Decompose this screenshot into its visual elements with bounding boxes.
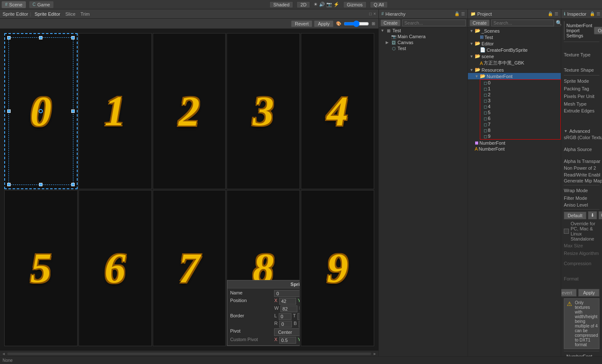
handle-bc[interactable] xyxy=(39,183,42,186)
handle-tl[interactable] xyxy=(7,36,11,39)
inspector-lock-icon[interactable]: 🔒 xyxy=(590,11,595,16)
project-item-n8[interactable]: ◻ 8 xyxy=(480,127,560,133)
color-toggle[interactable]: 🎨 xyxy=(335,21,342,26)
project-icon: 📁 xyxy=(470,11,476,16)
sprite-cell-0[interactable]: 0 xyxy=(4,33,78,189)
project-search[interactable] xyxy=(491,20,554,26)
project-item-n2[interactable]: ◻ 2 xyxy=(480,92,560,98)
game-tab[interactable]: C Game xyxy=(29,1,53,8)
thumbnail-section: NumberFont 01234 56789 650x384 (NPOT) RG… xyxy=(564,351,599,356)
maximize-icon[interactable]: □ xyxy=(369,11,372,16)
border-t-input[interactable] xyxy=(297,313,300,320)
project-item-numberfont-folder[interactable]: ▼ 📂 NumberFont xyxy=(468,73,561,79)
project-item-numberfont-font2[interactable]: A NumberFont xyxy=(468,146,561,152)
w-input[interactable] xyxy=(280,305,297,312)
project-item-n4[interactable]: ◻ 4 xyxy=(480,104,560,109)
hierarchy-lock-icon[interactable]: 🔒 xyxy=(454,11,459,16)
zoom-slider[interactable] xyxy=(344,20,369,27)
sprite-cell-6[interactable]: 6 xyxy=(78,190,152,346)
cpx-input[interactable] xyxy=(279,337,296,344)
apply-btn[interactable]: Apply xyxy=(578,289,599,297)
project-item-n7[interactable]: ◻ 7 xyxy=(480,121,560,127)
override-checkbox[interactable] xyxy=(564,229,569,234)
hierarchy-item-test[interactable]: ⬡ Test xyxy=(379,45,468,51)
custom-pivot-inputs: X Y xyxy=(274,337,300,344)
handle-mr[interactable] xyxy=(71,109,75,113)
project-panel: 📁 Project 🔒 ☰ Create 🔍 ▼ 📂 _Scenes xyxy=(468,9,561,356)
hierarchy-item-main-camera[interactable]: 📷 Main Camera xyxy=(379,34,468,39)
sprite-cell-3[interactable]: 3 xyxy=(227,33,300,189)
copy-icon-btn[interactable]: ⧉ xyxy=(599,211,602,219)
border-r-input[interactable] xyxy=(279,321,292,328)
sprite-cell-7[interactable]: 7 xyxy=(153,190,226,346)
handle-br[interactable] xyxy=(71,183,75,186)
sprite-cell-9[interactable]: 9 xyxy=(301,190,374,346)
project-item-test-scene[interactable]: ⊞ Test xyxy=(468,34,561,40)
sprite-cell-5[interactable]: 5 xyxy=(4,190,78,346)
gizmos-button[interactable]: Gizmos xyxy=(343,1,367,8)
filter-mode-label: Filter Mode xyxy=(564,196,602,201)
project-item-editor[interactable]: ▼ 📂 Editor xyxy=(468,40,561,47)
hierarchy-item-test-scene[interactable]: ▼ ⊞ Test xyxy=(379,28,468,34)
handle-ml[interactable] xyxy=(7,109,11,113)
2d-button[interactable]: 2D xyxy=(297,1,310,8)
project-item-fonts[interactable]: ▼ 📂 scene xyxy=(468,53,561,59)
numberfont-font2-label: NumberFont xyxy=(479,146,504,151)
project-item-resources[interactable]: ▼ 📂 Resources xyxy=(468,67,561,73)
default-button[interactable]: Default xyxy=(564,212,586,219)
project-item-scenes[interactable]: ▼ 📂 _Scenes xyxy=(468,28,561,34)
project-item-n6[interactable]: ◻ 6 xyxy=(480,115,560,121)
sprite-cell-1[interactable]: 1 xyxy=(78,33,152,189)
revert-btn[interactable]: Revert xyxy=(561,289,577,297)
project-item-numberfont-tex[interactable]: ◼ NumberFont xyxy=(468,140,561,146)
digit-6: 6 xyxy=(104,247,126,289)
sprite-4-label: 4 xyxy=(488,104,490,109)
sprite-editor-tab-trim[interactable]: Trim xyxy=(79,11,92,17)
scene-tab[interactable]: # Scene xyxy=(2,1,26,8)
border-b-input[interactable] xyxy=(299,321,300,328)
download-icon-btn[interactable]: ⬇ xyxy=(588,211,597,219)
zoom-reset[interactable]: ⊞ xyxy=(371,21,376,26)
advanced-header[interactable]: ▼ Advanced xyxy=(564,129,599,134)
project-header: 📁 Project 🔒 ☰ xyxy=(468,9,561,19)
thumb-row1: 01234 xyxy=(564,26,565,31)
sprite-cell-4[interactable]: 4 xyxy=(301,33,374,189)
open-button[interactable]: Open xyxy=(594,27,602,34)
hierarchy-menu-icon[interactable]: ☰ xyxy=(461,11,465,16)
hierarchy-title: Hierarchy xyxy=(386,11,406,17)
project-item-font-gbk[interactable]: A 方正兰亭中黑_GBK xyxy=(468,59,561,67)
project-item-n5[interactable]: ◻ 5 xyxy=(480,109,560,115)
bottom-scrollbar[interactable]: ◄ ► xyxy=(0,350,378,356)
name-input[interactable] xyxy=(274,290,300,297)
pos-x-input[interactable] xyxy=(279,298,296,305)
sprite-editor-tab-sprite[interactable]: Sprite Editor xyxy=(33,11,62,17)
hierarchy-create-button[interactable]: Create xyxy=(381,20,400,26)
handle-tc[interactable] xyxy=(39,36,42,39)
hierarchy-item-canvas[interactable]: ▶ 🖼 Canvas xyxy=(379,39,468,45)
close-icon[interactable]: × xyxy=(373,11,376,16)
handle-bl[interactable] xyxy=(7,183,11,186)
project-menu-icon[interactable]: ☰ xyxy=(554,11,558,16)
project-create-button[interactable]: Create xyxy=(470,20,490,26)
shaded-button[interactable]: Shaded xyxy=(269,1,293,8)
apply-button[interactable]: Apply xyxy=(314,20,333,27)
bottom-bar: None xyxy=(0,356,602,364)
project-item-n1[interactable]: ◻ 1 xyxy=(480,86,560,92)
revert-button[interactable]: Revert xyxy=(291,20,312,27)
qrall-button[interactable]: Q:All xyxy=(370,1,388,8)
texture-type-row: Texture Type Sprite (2D and UI) ▾ xyxy=(564,44,599,66)
project-item-n9[interactable]: ◻ 9 xyxy=(480,133,560,139)
project-item-n3[interactable]: ◻ 3 xyxy=(480,98,560,104)
project-item-createfont[interactable]: 📄 CreateFontBySprite xyxy=(468,47,561,53)
pivot-select[interactable]: Center Top Left Bottom Right xyxy=(274,328,300,336)
handle-tr[interactable] xyxy=(71,36,75,39)
project-lock-icon[interactable]: 🔒 xyxy=(548,11,553,16)
l-prefix: L xyxy=(274,313,277,320)
inspector-menu-icon[interactable]: ☰ xyxy=(596,11,600,16)
sprite-cell-2[interactable]: 2 xyxy=(153,33,226,189)
sprite-cell-8[interactable]: 8 Pivot Sprite Name Position X xyxy=(227,190,300,346)
project-item-n0[interactable]: ◻ 0 xyxy=(480,80,560,86)
sprite-editor-tab-slice[interactable]: Slice xyxy=(64,11,77,17)
hierarchy-search[interactable] xyxy=(402,20,466,26)
border-l-input[interactable] xyxy=(279,313,291,320)
